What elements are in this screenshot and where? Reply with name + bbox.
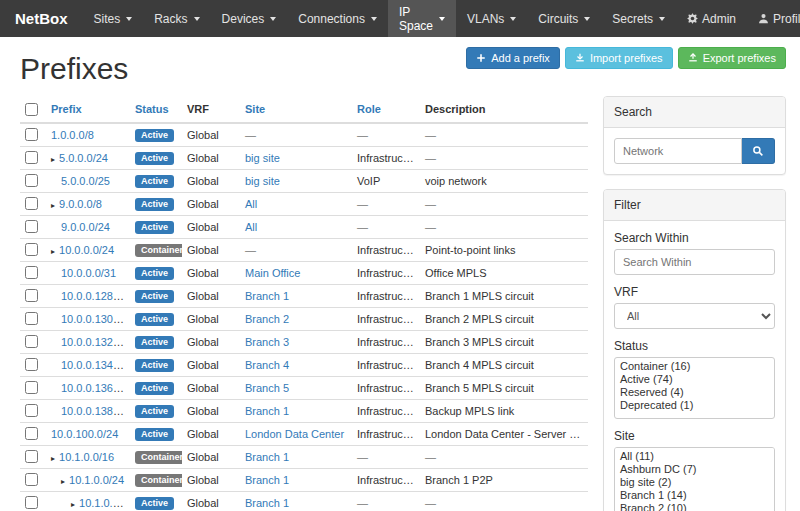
prefix-link[interactable]: 5.0.0.0/24	[59, 152, 108, 164]
search-within-label: Search Within	[614, 231, 775, 245]
import-prefixes-button[interactable]: Import prefixes	[565, 47, 673, 69]
row-checkbox[interactable]	[25, 381, 38, 394]
listbox-option[interactable]: Deprecated (1)	[617, 399, 774, 412]
expand-arrow-icon[interactable]: ▸	[51, 247, 55, 256]
expand-arrow-icon[interactable]: ▸	[61, 477, 65, 486]
nav-item-admin[interactable]: Admin	[676, 0, 747, 37]
site-link[interactable]: All	[245, 198, 257, 210]
listbox-option[interactable]: Ashburn DC (7)	[617, 463, 774, 476]
status-badge: Active	[135, 129, 174, 142]
row-checkbox[interactable]	[25, 174, 38, 187]
prefix-link[interactable]: 10.0.0.138/31	[61, 405, 128, 417]
nav-item-devices[interactable]: Devices	[211, 0, 288, 37]
listbox-option[interactable]: Active (74)	[617, 373, 774, 386]
row-checkbox[interactable]	[25, 404, 38, 417]
site-link[interactable]: London Data Center	[245, 428, 344, 440]
prefix-link[interactable]: 10.0.0.136/31	[61, 382, 128, 394]
listbox-option[interactable]: Branch 1 (14)	[617, 489, 774, 502]
vrf-cell: Global	[182, 445, 240, 468]
site-link[interactable]: Branch 1	[245, 497, 289, 509]
row-checkbox[interactable]	[25, 289, 38, 302]
add-a-prefix-button[interactable]: Add a prefix	[466, 47, 560, 69]
site-link[interactable]: Branch 5	[245, 382, 289, 394]
row-checkbox[interactable]	[25, 358, 38, 371]
expand-arrow-icon[interactable]: ▸	[51, 155, 55, 164]
row-select-cell	[20, 307, 46, 330]
brand[interactable]: NetBox	[0, 0, 83, 37]
vrf-text: Global	[187, 129, 219, 141]
row-checkbox[interactable]	[25, 197, 38, 210]
site-link[interactable]: Branch 1	[245, 405, 289, 417]
prefix-link[interactable]: 9.0.0.0/8	[59, 198, 102, 210]
site-link[interactable]: Branch 1	[245, 290, 289, 302]
site-link[interactable]: big site	[245, 152, 280, 164]
row-checkbox[interactable]	[25, 427, 38, 440]
row-checkbox[interactable]	[25, 450, 38, 463]
prefix-link[interactable]: 1.0.0.0/8	[51, 129, 94, 141]
expand-arrow-icon[interactable]: ▸	[71, 500, 75, 509]
prefix-link[interactable]: 5.0.0.0/25	[61, 175, 110, 187]
prefix-link[interactable]: 10.0.0.132/31	[61, 336, 128, 348]
row-checkbox[interactable]	[25, 220, 38, 233]
prefix-link[interactable]: 10.0.0.0/31	[61, 267, 116, 279]
prefix-link[interactable]: 10.0.0.128/31	[61, 290, 128, 302]
prefix-link[interactable]: 10.1.0.0/16	[59, 451, 114, 463]
nav-item-secrets[interactable]: Secrets	[601, 0, 676, 37]
prefix-link[interactable]: 10.0.100.0/24	[51, 428, 118, 440]
row-checkbox[interactable]	[25, 151, 38, 164]
nav-item-circuits[interactable]: Circuits	[527, 0, 601, 37]
listbox-option[interactable]: All (11)	[617, 450, 774, 463]
row-checkbox[interactable]	[25, 473, 38, 486]
site-link[interactable]: Main Office	[245, 267, 300, 279]
site-link[interactable]: Branch 1	[245, 451, 289, 463]
header-role[interactable]: Role	[352, 96, 420, 123]
page-title: Prefixes	[20, 52, 128, 86]
listbox-option[interactable]: Reserved (4)	[617, 386, 774, 399]
export-prefixes-button[interactable]: Export prefixes	[678, 47, 786, 69]
nav-item-sites[interactable]: Sites	[83, 0, 144, 37]
chevron-down-icon	[659, 17, 665, 21]
status-cell: Active	[130, 399, 182, 422]
prefix-link[interactable]: 10.0.0.130/31	[61, 313, 128, 325]
listbox-option[interactable]: Branch 2 (10)	[617, 502, 774, 511]
status-listbox[interactable]: Container (16)Active (74)Reserved (4)Dep…	[614, 357, 775, 419]
site-link[interactable]: All	[245, 221, 257, 233]
prefix-link[interactable]: 10.0.0.134/31	[61, 359, 128, 371]
prefix-link[interactable]: 10.1.0.0/25	[79, 497, 130, 509]
row-checkbox[interactable]	[25, 312, 38, 325]
search-button[interactable]	[742, 138, 775, 164]
site-listbox[interactable]: All (11)Ashburn DC (7)big site (2)Branch…	[614, 447, 775, 511]
chevron-down-icon	[584, 17, 590, 21]
search-input[interactable]	[614, 138, 742, 164]
nav-item-racks[interactable]: Racks	[143, 0, 210, 37]
row-checkbox[interactable]	[25, 266, 38, 279]
prefix-link[interactable]: 10.0.0.0/24	[59, 244, 114, 256]
site-link[interactable]: Branch 1	[245, 474, 289, 486]
header-status[interactable]: Status	[130, 96, 182, 123]
select-all-checkbox[interactable]	[25, 103, 38, 116]
site-link[interactable]: Branch 2	[245, 313, 289, 325]
prefix-link[interactable]: 10.1.0.0/24	[69, 474, 124, 486]
nav-item-connections[interactable]: Connections	[287, 0, 388, 37]
search-within-input[interactable]	[614, 249, 775, 275]
site-link[interactable]: Branch 3	[245, 336, 289, 348]
header-site[interactable]: Site	[240, 96, 352, 123]
vrf-select[interactable]: All	[614, 303, 775, 329]
nav-item-ip-space[interactable]: IP Space	[388, 0, 456, 37]
prefix-link[interactable]: 9.0.0.0/24	[61, 221, 110, 233]
listbox-option[interactable]: big site (2)	[617, 476, 774, 489]
row-checkbox[interactable]	[25, 128, 38, 141]
site-link[interactable]: Branch 4	[245, 359, 289, 371]
header-prefix[interactable]: Prefix	[46, 96, 130, 123]
row-checkbox[interactable]	[25, 496, 38, 509]
nav-item-profile[interactable]: Profile	[747, 0, 800, 37]
nav-item-vlans[interactable]: VLANs	[456, 0, 527, 37]
expand-arrow-icon[interactable]: ▸	[51, 454, 55, 463]
prefix-cell: 10.0.0.128/31	[46, 284, 130, 307]
site-link[interactable]: big site	[245, 175, 280, 187]
listbox-option[interactable]: Container (16)	[617, 360, 774, 373]
expand-arrow-icon[interactable]: ▸	[51, 201, 55, 210]
row-checkbox[interactable]	[25, 243, 38, 256]
row-checkbox[interactable]	[25, 335, 38, 348]
row-select-cell	[20, 238, 46, 261]
